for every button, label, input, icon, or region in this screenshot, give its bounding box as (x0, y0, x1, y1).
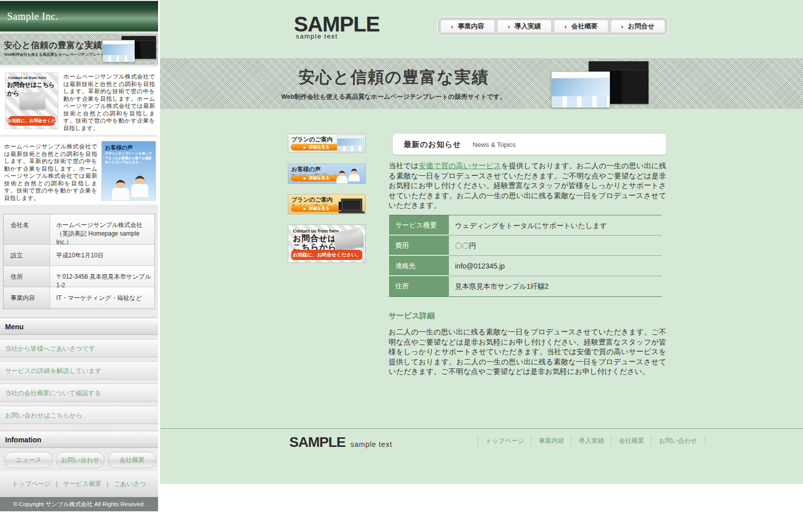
sidebar-menu-item-greeting[interactable]: 当社から皆様へごあいさつです (0, 339, 158, 357)
about-paragraph: ホームページサンプル株式会社では最新技術と自然との調和を目指します。革新的な技術… (63, 73, 155, 132)
nav-button-contact[interactable]: › お問合せ (610, 20, 665, 33)
banner-button-label: 詳細を見る (309, 145, 329, 149)
news-subtitle: News & Topics (473, 141, 516, 148)
contact-label: 連絡先 (389, 256, 449, 276)
banner-plan-guide-devices[interactable]: プランのご案内 ホームページテンプレート ▶詳細を見る (288, 194, 366, 214)
business-value: IT・マーケティング・福祉など (50, 287, 155, 309)
table-row: 住所 見本県見本市サンプル1竏驤2 (389, 276, 662, 296)
nav-label: 会社概要 (571, 22, 598, 31)
footer-link-company[interactable]: 会社概要 (611, 436, 651, 445)
person-figure (351, 169, 360, 181)
sidebar-menu-item-contact[interactable]: お問い合わせはこちらから (0, 406, 158, 424)
company-name-value: ホームページサンプル株式会社 （英語表記 Homepage sample Inc… (50, 214, 155, 244)
sidebar-menu-item-service[interactable]: サービスの詳細を解説しています (0, 361, 158, 379)
contact-banner-button[interactable]: お気軽に、お問合せください。 (8, 116, 56, 126)
contact-eyebrow: Contact us from here (293, 229, 339, 234)
service-overview-value: ウェディングをトータルにサポートいたします (449, 215, 662, 236)
copyright-bar: © Copyright サンプル株式会社 All Rights Reseved. (0, 497, 158, 511)
table-row: 費用 〇〇円 (389, 236, 662, 256)
address-value: 〒012-3456 見本県見本市サンプル1-2 (50, 266, 155, 287)
sidebar-logo: Sample Inc. (7, 11, 58, 22)
contact-value: info@012345.jp (449, 256, 662, 276)
footer-tagline: sample text (351, 440, 393, 448)
play-icon: ▶ (304, 146, 307, 149)
person-figure (339, 171, 348, 183)
service-detail-paragraph: お二人の一生の思い出に残る素敵な一日をプロデュースさせていただきます。ご不明な点… (389, 327, 666, 377)
banner-customer-voice[interactable]: お客様の声 ホームページテンプレート ▶詳細を見る (288, 164, 366, 184)
footer-link-results[interactable]: 導入実績 (571, 436, 611, 445)
nav-button-company[interactable]: › 会社概要 (554, 20, 608, 33)
company-overview-button[interactable]: 会社概要 (107, 452, 157, 468)
news-heading-box: 最新のお知らせ News & Topics (393, 134, 666, 155)
customer-voice-banner[interactable]: お客様の声 デザインテンプレートを使って下さったお客様から様々な感想をいただいて… (101, 141, 156, 201)
voice-title: お客様の声 (105, 144, 133, 151)
table-row: 住所 〒012-3456 見本県見本市サンプル1-2 (4, 266, 155, 287)
news-button[interactable]: ニュース (4, 452, 53, 468)
footer-logo: SAMPLEsample text (289, 434, 392, 450)
header-nav: › 事業内容 › 導入実績 › 会社概要 › お問合せ (438, 18, 667, 35)
main-footer: SAMPLEsample text トップページ事業内容導入実績会社概要お問い合… (160, 428, 803, 484)
nav-label: お問合せ (628, 22, 655, 31)
play-icon: ▶ (304, 207, 307, 210)
banner-button-label: 詳細を見る (309, 176, 329, 180)
banner-button-label: 詳細を見る (309, 206, 329, 211)
sidebar-footer-nav: トップページ | サービス概要 | ごあいさつ (0, 471, 158, 497)
sidebar: Sample Inc. 安心と信頼の豊富な実績 Web制作会社も使える高品質なホ… (0, 0, 158, 512)
banner-contact[interactable]: Contact us from here お問合せは こちらから お気軽に、お問… (288, 224, 366, 263)
contact-banner-button[interactable]: お気軽に、お問合せください。 (291, 250, 362, 260)
contact-eyebrow: Contact us from here (8, 75, 46, 80)
banner-plan-guide[interactable]: プランのご案内 ホームページテンプレート ▶詳細を見る (288, 134, 366, 153)
footer-link-business[interactable]: 事業内容 (531, 436, 571, 445)
nav-label: 事業内容 (458, 22, 484, 31)
sidebar-menu-item-company[interactable]: 当社の会社概要について確認する (0, 384, 158, 402)
address-value: 見本県見本市サンプル1竏驤2 (449, 276, 662, 296)
table-row: 事業内容 IT・マーケティング・福祉など (4, 287, 155, 309)
sidebar-about-block-2: ホームページサンプル株式会社では最新技術と自然との調和を目指します。革新的な技術… (0, 137, 158, 205)
banner-detail-button[interactable]: ▶詳細を見る (291, 144, 342, 150)
sidebar-contact-banner[interactable]: Contact us from here お問合せはこちらから お気軽に、お問合… (5, 72, 58, 129)
laptop-icon (341, 199, 362, 211)
sidebar-footer-link-greeting[interactable]: ごあいさつ (111, 480, 148, 487)
footer-link-top[interactable]: トップページ (478, 436, 531, 445)
play-icon: ▶ (304, 177, 307, 180)
link-separator: | (105, 480, 110, 487)
service-detail-heading: サービス詳細 (389, 311, 435, 321)
sidebar-header: Sample Inc. (0, 1, 158, 32)
main-area: SAMPLE sample text › 事業内容 › 導入実績 › 会社概要 … (160, 0, 803, 484)
banner-detail-button[interactable]: ▶詳細を見る (291, 175, 342, 181)
envelope-icon (20, 92, 45, 109)
cost-label: 費用 (389, 236, 449, 256)
chevron-right-icon: › (508, 23, 510, 30)
hero-subtitle: Web制作会社も使える高品質なホームページテンプレートの販売サイトです。 (272, 93, 515, 101)
intro-text-before: 当社では (389, 162, 418, 170)
about-paragraph: ホームページサンプル株式会社では最新技術と自然との調和を目指します。革新的な技術… (4, 143, 97, 202)
sidebar-footer-link-service[interactable]: サービス概要 (61, 480, 103, 487)
site-thumbnail-light (102, 40, 135, 62)
banner-detail-button[interactable]: ▶詳細を見る (291, 205, 342, 212)
sidebar-hero-banner: 安心と信頼の豊富な実績 Web制作会社も使える高品質なホームページテンプレートの… (0, 33, 158, 65)
company-name-label: 会社名 (4, 214, 50, 244)
information-heading: Infomation (0, 431, 158, 448)
nav-button-business[interactable]: › 事業内容 (440, 20, 495, 33)
banner-artwork (337, 165, 364, 182)
hero-title: 安心と信頼の豊富な実績 (272, 66, 515, 89)
contact-title: お問合せは こちらから (293, 234, 337, 251)
banner-artwork (337, 135, 364, 151)
table-row: 連絡先 info@012345.jp (389, 256, 662, 276)
news-title: 最新のお知らせ (404, 140, 461, 148)
nav-label: 導入実績 (515, 22, 541, 31)
hero-thumbnails (550, 59, 657, 108)
service-overview-label: サービス概要 (389, 215, 449, 236)
inquiry-button[interactable]: お問い合わせ (56, 452, 105, 468)
service-link[interactable]: 安価で質の高いサービス (418, 162, 501, 170)
chevron-right-icon: › (451, 23, 453, 30)
site-tagline: sample text (296, 32, 338, 40)
sidebar-hero-title: 安心と信頼の豊富な実績 (4, 40, 102, 51)
service-table: サービス概要 ウェディングをトータルにサポートいたします 費用 〇〇円 連絡先 … (389, 215, 662, 297)
footer-logo-text: SAMPLE (289, 434, 346, 450)
established-value: 平成10年1月10日 (50, 245, 155, 265)
sidebar-footer-link-top[interactable]: トップページ (10, 480, 53, 487)
footer-link-contact[interactable]: お問い合わせ (651, 436, 705, 445)
nav-button-results[interactable]: › 導入実績 (497, 20, 552, 33)
company-name-line2: （英語表記 Homepage sample Inc.） (56, 230, 139, 246)
